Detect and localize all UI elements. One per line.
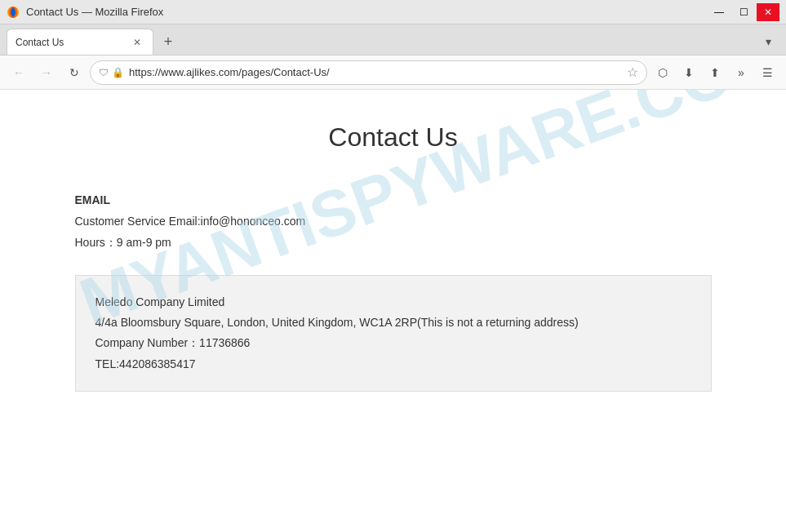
page-content: MYANTISPYWARE.COM Contact Us EMAIL Custo… xyxy=(0,90,786,532)
hours-line: Hours：9 am-9 pm xyxy=(75,236,712,250)
share-button[interactable]: ⬆ xyxy=(703,60,727,85)
forward-button[interactable]: → xyxy=(34,60,59,85)
company-name: Meledo Company Limited xyxy=(95,292,691,313)
email-section-label: EMAIL xyxy=(75,193,712,206)
bookmark-icon[interactable]: ☆ xyxy=(627,64,638,80)
address-bar-icons: 🛡 🔒 xyxy=(99,67,124,78)
minimize-button[interactable]: — xyxy=(708,3,730,21)
company-street: 4/4a Bloomsbury Square, London, United K… xyxy=(95,313,691,333)
pocket-button[interactable]: ⬡ xyxy=(651,60,675,85)
company-number: Company Number：11736866 xyxy=(95,333,691,353)
url-input[interactable] xyxy=(129,66,622,78)
back-button[interactable]: ← xyxy=(7,60,31,85)
shield-icon: 🛡 xyxy=(99,67,109,78)
tab-list-button[interactable]: ▾ xyxy=(757,30,779,53)
tab-close-button[interactable]: ✕ xyxy=(130,35,144,50)
close-button[interactable]: ✕ xyxy=(757,3,779,21)
address-box: Meledo Company Limited 4/4a Bloomsbury S… xyxy=(75,275,712,392)
maximize-button[interactable]: ☐ xyxy=(732,3,755,21)
titlebar: Contact Us — Mozilla Firefox — ☐ ✕ xyxy=(0,0,786,24)
titlebar-left: Contact Us — Mozilla Firefox xyxy=(7,6,163,19)
email-contact-line: Customer Service Email:info@hononceo.com xyxy=(75,215,712,228)
active-tab[interactable]: Contact Us ✕ xyxy=(7,29,153,55)
titlebar-controls: — ☐ ✕ xyxy=(708,3,779,21)
toolbar-right: ⬡ ⬇ ⬆ » ☰ xyxy=(651,60,779,85)
reload-button[interactable]: ↻ xyxy=(62,60,87,85)
navbar: ← → ↻ 🛡 🔒 ☆ ⬡ ⬇ ⬆ » ☰ xyxy=(0,55,786,90)
email-section: EMAIL Customer Service Email:info@hononc… xyxy=(75,193,712,250)
download-button[interactable]: ⬇ xyxy=(677,60,701,85)
titlebar-title: Contact Us — Mozilla Firefox xyxy=(26,6,163,18)
lock-icon: 🔒 xyxy=(112,67,124,78)
tabbar: Contact Us ✕ + ▾ xyxy=(0,24,786,55)
company-tel: TEL:442086385417 xyxy=(95,354,691,375)
address-bar-right: ☆ xyxy=(627,64,638,80)
address-bar[interactable]: 🛡 🔒 ☆ xyxy=(90,60,647,85)
firefox-icon xyxy=(7,6,20,19)
menu-button[interactable]: ☰ xyxy=(755,60,779,85)
more-tools-button[interactable]: » xyxy=(729,60,753,85)
tab-label: Contact Us xyxy=(16,37,125,48)
content-wrapper: Contact Us EMAIL Customer Service Email:… xyxy=(26,90,761,424)
new-tab-button[interactable]: + xyxy=(157,30,180,53)
page-title: Contact Us xyxy=(75,122,712,153)
